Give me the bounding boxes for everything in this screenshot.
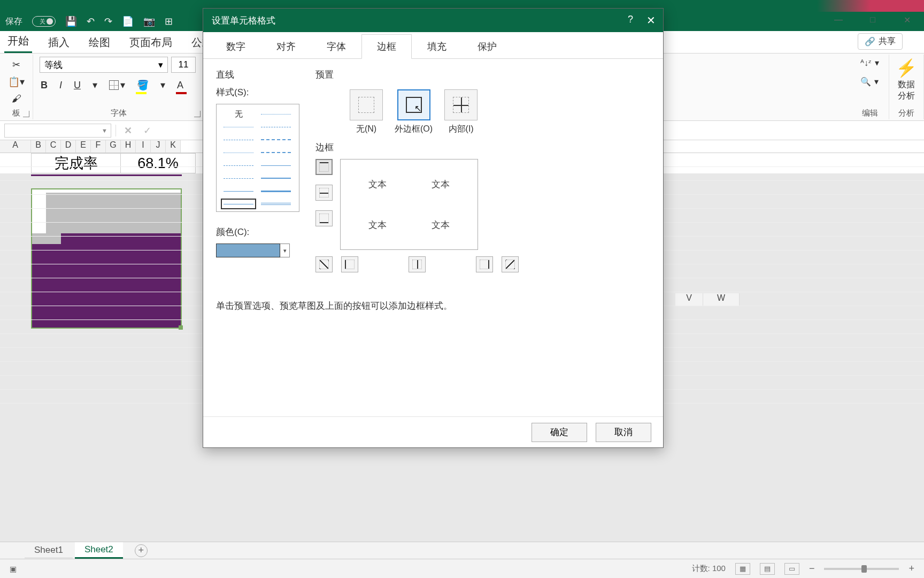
analyze-group: ⚡ 数据 分析 分析 (889, 55, 924, 119)
font-group: 等线 ▾ B I U ▾ ▾ 🪣 ▾ A 字体 (33, 55, 204, 119)
maximize-button[interactable]: □ (866, 13, 879, 26)
dialog-tabs: 数字 对齐 字体 边框 填充 保护 (203, 32, 663, 59)
sheet-tab-1[interactable]: Sheet1 (25, 543, 73, 558)
color-label: 颜色(C): (216, 226, 312, 238)
border-section-label: 边框 (315, 141, 650, 154)
border-left-button[interactable] (341, 256, 358, 272)
bolt-icon[interactable]: ⚡ (896, 58, 917, 78)
underline-button[interactable]: U (73, 78, 82, 93)
sort-icon: ᴬ↓ᶻ (860, 58, 872, 68)
autosave-toggle[interactable]: 关 (32, 16, 56, 27)
bold-button[interactable]: B (40, 78, 49, 93)
dialog-close-button[interactable]: ✕ (646, 14, 656, 27)
tab-insert[interactable]: 插入 (45, 32, 73, 53)
sheet-tabs-bar: Sheet1 Sheet2 + (0, 542, 924, 559)
dtab-font[interactable]: 字体 (311, 34, 361, 58)
col-header-i[interactable]: I (136, 140, 151, 153)
editing-group: ᴬ↓ᶻ▾ 🔍▾ 编辑 (851, 55, 889, 119)
close-window-button[interactable]: ✕ (900, 13, 913, 26)
border-preview[interactable]: 文本 文本 文本 文本 (340, 159, 478, 250)
cut-icon[interactable]: ✂ (12, 59, 20, 71)
border-color-picker[interactable]: ▾ (216, 244, 312, 257)
copy-icon[interactable]: 📋▾ (8, 76, 25, 88)
italic-button[interactable]: I (58, 78, 63, 93)
view-normal-button[interactable]: ▦ (735, 563, 750, 575)
font-launcher[interactable] (194, 111, 201, 117)
insert-row-icon[interactable]: ⊞ (165, 16, 173, 27)
col-header-h[interactable]: H (121, 140, 136, 153)
col-header-j[interactable]: J (151, 140, 166, 153)
find-select-button[interactable]: 🔍▾ (860, 77, 879, 87)
border-bottom-button[interactable] (315, 210, 333, 226)
dtab-border[interactable]: 边框 (361, 34, 412, 59)
dtab-align[interactable]: 对齐 (261, 34, 311, 58)
camera-icon[interactable]: 📷 (143, 16, 155, 27)
share-button[interactable]: 🔗 共享 (858, 33, 903, 50)
formula-cancel-button[interactable]: ✕ (120, 124, 135, 137)
chevron-down-icon: ▼ (102, 127, 107, 134)
view-pagebreak-button[interactable]: ▭ (784, 563, 799, 575)
tab-draw[interactable]: 绘图 (86, 32, 113, 53)
dialog-footer: 确定 取消 (203, 416, 663, 447)
dialog-help-button[interactable]: ? (628, 14, 633, 25)
fill-color-button[interactable]: 🪣 (136, 77, 150, 93)
zoom-out-button[interactable]: − (809, 563, 815, 574)
preset-section-label: 预置 (315, 69, 650, 81)
name-box[interactable]: ▼ (4, 124, 111, 138)
ok-button[interactable]: 确定 (532, 423, 587, 442)
font-name-select[interactable]: 等线 ▾ (40, 57, 168, 73)
underline-dropdown[interactable]: ▾ (91, 77, 98, 93)
format-cells-dialog: 设置单元格格式 ? ✕ 数字 对齐 字体 边框 填充 保护 直线 样式(S): … (203, 8, 664, 448)
minimize-button[interactable]: — (832, 13, 845, 26)
formula-enter-button[interactable]: ✓ (140, 124, 155, 137)
redo-icon[interactable]: ↷ (104, 16, 112, 27)
font-size-input[interactable] (171, 57, 196, 73)
borders-button[interactable]: ▾ (108, 77, 126, 93)
sort-filter-button[interactable]: ᴬ↓ᶻ▾ (860, 58, 879, 68)
font-color-button[interactable]: A (176, 78, 184, 93)
cancel-button[interactable]: 取消 (596, 423, 651, 442)
tab-layout[interactable]: 页面布局 (126, 32, 175, 53)
border-diag-down-button[interactable] (502, 256, 519, 272)
view-pagelayout-button[interactable]: ▤ (760, 563, 775, 575)
cursor-icon: ↖ (414, 103, 421, 113)
undo-icon[interactable]: ↶ (87, 16, 95, 27)
col-header-d[interactable]: D (61, 140, 76, 153)
col-header-a[interactable]: A (0, 140, 31, 153)
border-hmid-button[interactable] (315, 185, 333, 201)
tab-home[interactable]: 开始 (4, 31, 32, 53)
col-header-e[interactable]: E (76, 140, 91, 153)
status-count: 计数: 100 (692, 564, 726, 574)
border-diag-up-button[interactable] (315, 256, 333, 272)
col-header-c[interactable]: C (46, 140, 61, 153)
line-style-list[interactable]: 无 (216, 104, 299, 212)
preset-none-button[interactable]: 无(N) (350, 89, 383, 135)
col-header-b[interactable]: B (31, 140, 46, 153)
dialog-titlebar[interactable]: 设置单元格格式 ? ✕ (203, 9, 663, 32)
chevron-down-icon[interactable]: ▾ (280, 244, 290, 257)
clipboard-launcher[interactable] (23, 111, 29, 117)
preset-outline-button[interactable]: ↖ 外边框(O) (395, 89, 433, 135)
line-section-label: 直线 (216, 69, 312, 81)
col-header-k[interactable]: K (166, 140, 181, 153)
border-right-button[interactable] (476, 256, 493, 272)
status-bar: ▣ 计数: 100 ▦ ▤ ▭ − + (0, 559, 924, 578)
dtab-fill[interactable]: 填充 (412, 34, 462, 58)
border-top-button[interactable] (315, 159, 333, 175)
col-header-f[interactable]: F (91, 140, 106, 153)
record-macro-icon[interactable]: ▣ (10, 565, 17, 573)
border-vmid-button[interactable] (409, 256, 426, 272)
sheet-tab-2[interactable]: Sheet2 (75, 542, 123, 559)
new-sheet-button[interactable]: + (135, 544, 148, 557)
col-header-g[interactable]: G (106, 140, 121, 153)
preset-inside-button[interactable]: 内部(I) (444, 89, 478, 135)
print-preview-icon[interactable]: 📄 (122, 16, 134, 27)
zoom-slider[interactable] (824, 568, 899, 570)
dialog-body: 直线 样式(S): 无 颜色(C): (203, 59, 663, 416)
format-painter-icon[interactable]: 🖌 (12, 93, 21, 104)
zoom-in-button[interactable]: + (908, 563, 914, 574)
save-icon[interactable]: 💾 (65, 16, 77, 27)
dtab-protect[interactable]: 保护 (462, 34, 512, 58)
dtab-number[interactable]: 数字 (211, 34, 261, 58)
window-controls: — □ ✕ (832, 12, 913, 28)
